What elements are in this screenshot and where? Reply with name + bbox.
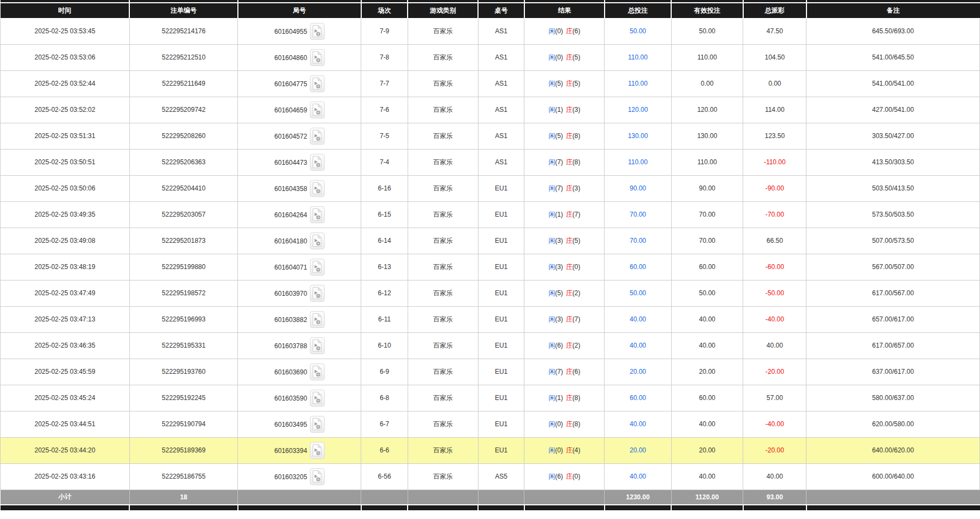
cell-remark: 541.00/645.50 — [806, 44, 980, 70]
cell-remark: 617.00/657.00 — [806, 332, 980, 359]
cell-session: 6-15 — [361, 201, 408, 228]
cell-round: 601604071 — [238, 254, 361, 280]
cell-result: 闲(6)庄(2) — [524, 332, 605, 359]
cell-round: 601604955 — [238, 18, 361, 44]
video-replay-button[interactable] — [310, 285, 325, 302]
cell-session: 7-4 — [361, 149, 408, 175]
video-replay-button[interactable] — [310, 75, 325, 92]
video-replay-button[interactable] — [310, 311, 325, 328]
table-header-row: 时间 注单编号 局号 场次 游戏类别 桌号 结果 总投注 有效投注 总派彩 备注 — [1, 3, 980, 18]
cell-round: 601604659 — [238, 97, 361, 123]
subtotal-table — [478, 490, 524, 505]
cell-total-bet: 50.00 — [605, 18, 671, 44]
cell-bet-id: 522295199880 — [129, 254, 237, 280]
cell-total-bet: 90.00 — [605, 175, 671, 201]
cell-total-bet: 60.00 — [605, 385, 671, 411]
video-replay-button[interactable] — [310, 23, 325, 40]
cell-table: AS1 — [478, 18, 524, 44]
video-replay-button[interactable] — [310, 259, 325, 276]
round-number: 601603882 — [274, 315, 307, 323]
cell-total-bet: 40.00 — [605, 411, 671, 437]
round-number: 601604264 — [274, 211, 307, 218]
cell-bet-id: 522295192245 — [129, 385, 237, 411]
video-replay-icon — [312, 25, 322, 38]
cell-round: 601603970 — [238, 280, 361, 306]
video-replay-button[interactable] — [310, 232, 325, 249]
banker-result: 庄(8) — [566, 394, 581, 402]
cell-remark: 503.50/413.50 — [806, 175, 980, 201]
col-header-session: 场次 — [361, 3, 408, 18]
video-replay-button[interactable] — [310, 128, 325, 145]
cell-payout: -50.00 — [743, 280, 806, 306]
round-number: 601603970 — [274, 289, 307, 297]
cell-bet-id: 522295186755 — [129, 463, 237, 490]
banker-result: 庄(0) — [566, 263, 581, 271]
cell-remark: 567.00/507.00 — [806, 254, 980, 280]
cell-bet-id: 522295214176 — [129, 18, 237, 44]
cell-session: 6-12 — [361, 280, 408, 306]
video-replay-button[interactable] — [310, 206, 325, 223]
cell-session: 7-9 — [361, 18, 408, 44]
cell-table: EU1 — [478, 306, 524, 332]
banker-result: 庄(8) — [566, 132, 581, 140]
cell-valid-bet: 60.00 — [671, 385, 743, 411]
video-replay-button[interactable] — [310, 442, 325, 459]
cell-session: 6-14 — [361, 228, 408, 254]
cell-total-bet: 110.00 — [605, 149, 671, 175]
cell-remark: 637.00/617.00 — [806, 359, 980, 385]
cell-table: AS1 — [478, 97, 524, 123]
video-replay-button[interactable] — [310, 468, 325, 485]
col-header-payout: 总派彩 — [743, 3, 806, 18]
banker-result: 庄(0) — [566, 473, 581, 480]
cell-total-bet: 120.00 — [605, 97, 671, 123]
round-number: 601604473 — [274, 158, 307, 166]
table-row: 2025-02-25 03:48:19 522295199880 6016040… — [1, 254, 980, 280]
cell-valid-bet: 20.00 — [671, 359, 743, 385]
video-replay-icon — [312, 129, 322, 142]
cell-result: 闲(1)庄(8) — [524, 385, 605, 411]
player-result: 闲(5) — [548, 80, 563, 87]
video-replay-button[interactable] — [310, 49, 325, 66]
cell-round: 601604473 — [238, 149, 361, 175]
cell-time: 2025-02-25 03:46:35 — [1, 332, 130, 359]
cell-game-type: 百家乐 — [408, 254, 478, 280]
round-number: 601604955 — [274, 27, 307, 35]
video-replay-button[interactable] — [310, 102, 325, 118]
cell-total-bet: 70.00 — [605, 201, 671, 228]
cell-table: AS1 — [478, 70, 524, 97]
cell-valid-bet: 110.00 — [671, 149, 743, 175]
table-row: 2025-02-25 03:44:51 522295190794 6016034… — [1, 411, 980, 437]
video-replay-button[interactable] — [310, 337, 325, 354]
cell-time: 2025-02-25 03:53:45 — [1, 18, 130, 44]
video-replay-button[interactable] — [310, 390, 325, 407]
video-replay-icon — [312, 77, 322, 90]
col-header-bet-id: 注单编号 — [129, 3, 237, 18]
video-replay-icon — [312, 313, 322, 326]
cell-payout: 123.50 — [743, 123, 806, 149]
cell-remark: 600.00/640.00 — [806, 463, 980, 490]
cell-table: EU1 — [478, 254, 524, 280]
player-result: 闲(5) — [548, 132, 563, 140]
cell-time: 2025-02-25 03:49:08 — [1, 228, 130, 254]
video-replay-button[interactable] — [310, 154, 325, 171]
round-number: 601604659 — [274, 106, 307, 114]
cell-payout: 47.50 — [743, 18, 806, 44]
banker-result: 庄(7) — [566, 315, 581, 323]
video-replay-button[interactable] — [310, 180, 325, 197]
cell-remark: 657.00/617.00 — [806, 306, 980, 332]
cell-payout: 0.00 — [743, 70, 806, 97]
cell-time: 2025-02-25 03:52:44 — [1, 70, 130, 97]
cell-remark: 580.00/637.00 — [806, 385, 980, 411]
cell-session: 7-5 — [361, 123, 408, 149]
cell-valid-bet: 40.00 — [671, 411, 743, 437]
player-result: 闲(0) — [548, 446, 563, 454]
video-replay-button[interactable] — [310, 416, 325, 433]
video-replay-button[interactable] — [310, 363, 325, 380]
col-header-remark: 备注 — [806, 3, 980, 18]
cell-game-type: 百家乐 — [408, 385, 478, 411]
player-result: 闲(6) — [548, 473, 563, 480]
cell-payout: -40.00 — [743, 411, 806, 437]
cell-bet-id: 522295208260 — [129, 123, 237, 149]
cell-result: 闲(7)庄(3) — [524, 175, 605, 201]
table-row: 2025-02-25 03:53:45 522295214176 6016049… — [1, 18, 980, 44]
